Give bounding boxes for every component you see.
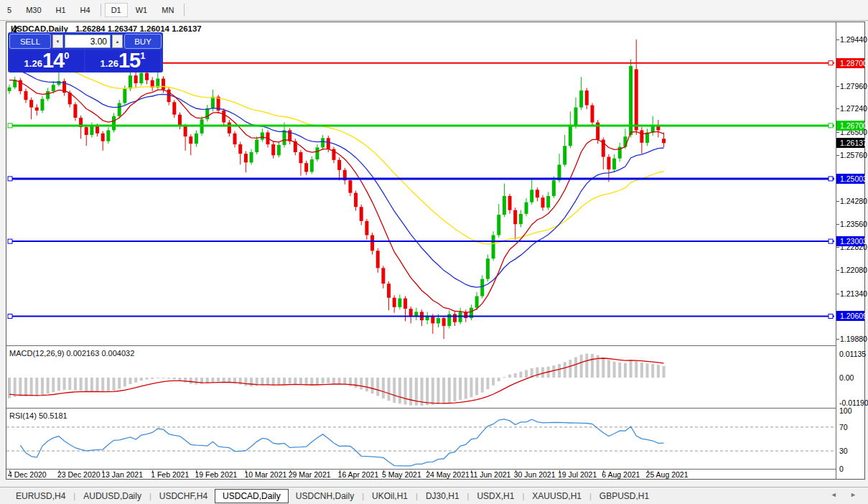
price-tick-label: 1.21340: [840, 289, 867, 298]
timeframe-button-d1[interactable]: D1: [105, 3, 128, 17]
rsi-axis-label: 100: [839, 406, 852, 415]
macd-histogram-bar: [151, 378, 154, 379]
timeframe-button-5[interactable]: 5: [1, 3, 18, 17]
sell-price-display[interactable]: 1.26 14 0: [9, 50, 84, 72]
tab-gbpusd[interactable]: GBPUSD,H1: [592, 489, 656, 503]
price-axis-tick: [836, 294, 839, 294]
macd-histogram-bar: [409, 378, 412, 406]
date-label: 11 Jun 2021: [470, 470, 510, 479]
macd-histogram-bar: [310, 378, 313, 386]
candle: [85, 127, 88, 135]
line-anchor[interactable]: [829, 61, 833, 65]
pane-separator[interactable]: [6, 345, 864, 346]
macd-histogram-bar: [431, 378, 434, 405]
price-tick-label: 1.25760: [840, 151, 867, 159]
line-anchor[interactable]: [8, 314, 12, 318]
rsi-axis-label: 70: [839, 423, 848, 431]
macd-histogram-bar: [624, 363, 627, 378]
volume-increase-button[interactable]: ▲: [112, 34, 123, 48]
tab-usdx[interactable]: USDX,H1: [470, 489, 521, 503]
rsi-line: [20, 419, 663, 466]
date-label: 16 Apr 2021: [338, 470, 379, 479]
candle: [360, 207, 363, 221]
line-anchor[interactable]: [829, 177, 833, 181]
macd-histogram-bar: [30, 378, 33, 396]
buy-price-display[interactable]: 1.26 15 1: [85, 50, 160, 72]
candle: [211, 97, 215, 108]
candle: [497, 215, 500, 235]
tab-usdcad[interactable]: USDCAD,Daily: [215, 489, 289, 503]
line-anchor[interactable]: [829, 314, 833, 318]
tab-separator: |: [73, 492, 75, 500]
macd-histogram-bar: [200, 378, 203, 384]
candle: [579, 90, 583, 108]
timeframe-button-m30[interactable]: M30: [19, 3, 47, 17]
volume-input[interactable]: 3.00: [65, 34, 111, 48]
candle: [365, 221, 368, 235]
line-anchor[interactable]: [8, 177, 12, 181]
candle: [112, 116, 116, 131]
sell-price-point: 0: [64, 51, 69, 60]
chart-window: 4 Dec 202023 Dec 202013 Jan 20211 Feb 20…: [6, 22, 865, 480]
candle: [271, 144, 275, 155]
candle: [354, 193, 358, 207]
macd-histogram-bar: [657, 365, 660, 378]
macd-histogram-bar: [129, 378, 132, 384]
line-anchor[interactable]: [8, 123, 12, 128]
buy-button[interactable]: BUY: [124, 34, 162, 49]
macd-histogram-bar: [492, 378, 495, 386]
chart-plot-area: 4 Dec 202023 Dec 202013 Jan 20211 Feb 20…: [6, 22, 836, 479]
buy-price-point: 1: [140, 51, 145, 60]
macd-histogram-bar: [585, 353, 588, 378]
line-anchor[interactable]: [829, 123, 833, 128]
timeframe-button-mn[interactable]: MN: [155, 3, 180, 17]
tab-scroll-arrows[interactable]: ◄ ►: [831, 491, 862, 498]
tab-dj30[interactable]: DJ30,H1: [419, 489, 467, 503]
macd-histogram-bar: [635, 361, 638, 378]
tab-ukoil[interactable]: UKOil,H1: [365, 489, 415, 503]
rsi-pane: [6, 409, 836, 469]
price-axis-tick: [836, 224, 839, 225]
candle: [244, 154, 248, 162]
one-click-trading-panel: SELL ▼ 3.00 ▲ BUY 1.26 14 0 1.26 15 1: [8, 32, 163, 73]
macd-histogram-bar: [35, 378, 38, 396]
tab-audusd[interactable]: AUDUSD,Daily: [76, 489, 149, 503]
tab-eurusd[interactable]: EURUSD,H4: [9, 489, 73, 503]
timeframe-button-h4[interactable]: H4: [74, 3, 97, 17]
candle: [623, 136, 627, 146]
candle: [569, 126, 572, 146]
macd-histogram-bar: [519, 372, 522, 378]
rsi-axis-label: 0: [839, 465, 844, 473]
timeframe-button-w1[interactable]: W1: [129, 3, 154, 17]
pane-separator[interactable]: [6, 408, 864, 409]
tab-usdchf[interactable]: USDCHF,H4: [152, 489, 215, 503]
line-anchor[interactable]: [829, 239, 833, 243]
macd-histogram-bar: [223, 378, 225, 382]
macd-histogram-bar: [541, 367, 544, 378]
candle: [238, 144, 242, 154]
macd-histogram-bar: [355, 378, 358, 388]
candle: [635, 69, 638, 130]
tab-xauusd[interactable]: XAUUSD,H1: [525, 489, 589, 503]
macd-histogram-bar: [118, 378, 121, 389]
candle: [525, 202, 528, 214]
macd-histogram-bar: [613, 362, 616, 378]
timeframe-button-h1[interactable]: H1: [50, 3, 73, 17]
candle: [73, 104, 77, 118]
sell-button[interactable]: SELL: [9, 34, 51, 49]
tab-usdcnh[interactable]: USDCNH,Daily: [289, 489, 361, 503]
candle: [129, 75, 132, 88]
chart-symbol-icon: [11, 25, 19, 33]
candle: [162, 78, 165, 89]
candle: [453, 314, 457, 322]
macd-histogram-bar: [173, 378, 176, 380]
price-axis-tick: [836, 39, 839, 40]
macd-histogram-bar: [580, 355, 583, 378]
macd-histogram-bar: [508, 375, 511, 378]
macd-histogram-bar: [157, 378, 159, 378]
macd-histogram-bar: [52, 378, 55, 392]
macd-histogram-bar: [299, 378, 302, 385]
volume-decrease-button[interactable]: ▼: [52, 34, 63, 48]
line-anchor[interactable]: [8, 239, 12, 243]
tab-separator: |: [589, 492, 592, 500]
